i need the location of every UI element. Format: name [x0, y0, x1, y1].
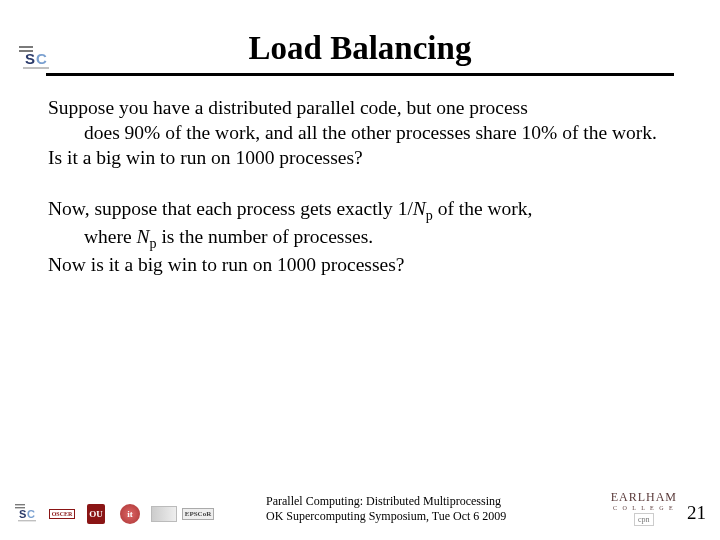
footer-line1: Parallel Computing: Distributed Multipro… — [266, 494, 506, 509]
var-N-2: N — [137, 226, 150, 247]
cpn-label: cpn — [634, 513, 654, 526]
sc-logo-icon: S C — [18, 44, 56, 74]
footer-logos: S C OSCER OU it EPSCoR — [14, 502, 212, 526]
var-p-1: p — [426, 207, 433, 223]
svg-text:S: S — [25, 50, 35, 67]
p2b-pre: where — [84, 226, 137, 247]
svg-text:C: C — [36, 50, 47, 67]
p1-line2: does 90% of the work, and all the other … — [48, 121, 672, 146]
paragraph-2: Now, suppose that each process gets exac… — [48, 197, 672, 278]
content: Suppose you have a distributed parallel … — [0, 76, 720, 278]
footer-right: EARLHAM C O L L E G E cpn 21 — [611, 490, 706, 526]
svg-rect-0 — [19, 46, 33, 48]
p2-line3: Now is it a big win to run on 1000 proce… — [48, 253, 672, 278]
p1-line3: Is it a big win to run on 1000 processes… — [48, 146, 672, 171]
sc-mini-icon: S C — [14, 502, 42, 526]
slide: S C Load Balancing Suppose you have a di… — [0, 0, 720, 540]
it-label: it — [120, 504, 140, 524]
ou-label: OU — [87, 504, 105, 524]
epscor-label: EPSCoR — [182, 508, 214, 520]
paragraph-1: Suppose you have a distributed parallel … — [48, 96, 672, 171]
earlham-sub: C O L L E G E — [613, 505, 675, 511]
p2-line1: Now, suppose that each process gets exac… — [48, 197, 672, 225]
footer-text: Parallel Computing: Distributed Multipro… — [266, 494, 506, 524]
svg-rect-9 — [18, 520, 36, 521]
title-rule — [46, 73, 674, 76]
p1-line1: Suppose you have a distributed parallel … — [48, 96, 672, 121]
epscor-logo-icon: EPSCoR — [184, 502, 212, 526]
p2-line2: where Np is the number of processes. — [48, 225, 672, 253]
p2b-post: is the number of processes. — [157, 226, 374, 247]
page-number: 21 — [687, 502, 706, 526]
svg-rect-4 — [23, 67, 49, 69]
footer: S C OSCER OU it EPSCoR Parallel Computin… — [0, 482, 720, 532]
earlham-name: EARLHAM — [611, 490, 677, 505]
var-p-2: p — [150, 235, 157, 251]
generic-logo-1-icon — [150, 502, 178, 526]
earlham-logo-icon: EARLHAM C O L L E G E cpn — [611, 490, 677, 526]
svg-text:S: S — [19, 508, 26, 520]
footer-line2: OK Supercomputing Symposium, Tue Oct 6 2… — [266, 509, 506, 524]
svg-rect-5 — [15, 504, 25, 505]
it-logo-icon: it — [116, 502, 144, 526]
var-N-1: N — [413, 198, 426, 219]
ou-logo-icon: OU — [82, 502, 110, 526]
p2a-tail: of the work, — [433, 198, 533, 219]
svg-text:C: C — [27, 508, 35, 520]
p2a-text: Now, suppose that each process gets exac… — [48, 198, 413, 219]
header: S C Load Balancing — [0, 0, 720, 76]
slide-title: Load Balancing — [0, 30, 720, 73]
oscer-logo-icon: OSCER — [48, 502, 76, 526]
oscer-label: OSCER — [49, 509, 76, 519]
